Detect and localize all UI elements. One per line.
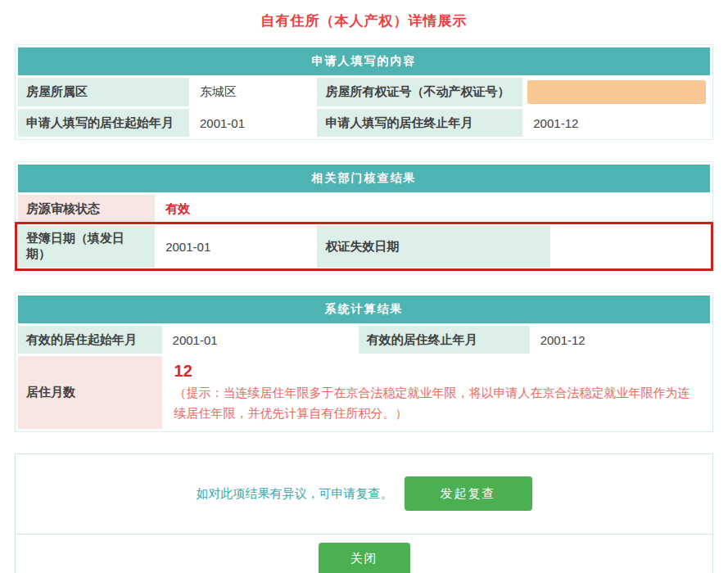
register-date-value: 2001-01	[157, 225, 314, 268]
table-row: 居住月数 12 （提示：当连续居住年限多于在京合法稳定就业年限，将以申请人在京合…	[18, 356, 710, 429]
district-label: 房屋所属区	[18, 78, 189, 106]
page-title: 自有住所（本人产权）详情展示	[15, 11, 713, 30]
residence-end-value: 2001-12	[525, 109, 710, 137]
audit-status-value: 有效	[157, 195, 710, 223]
start-review-button[interactable]: 发起复查	[405, 476, 532, 511]
review-hint-text: 如对此项结果有异议，可申请复查。	[197, 486, 393, 502]
verification-result-table: 相关部门核查结果 房源审核状态 有效 登簿日期（填发日期） 2001-01 权证…	[15, 161, 713, 271]
audit-status-label: 房源审核状态	[18, 195, 155, 223]
district-value: 东城区	[192, 78, 314, 106]
valid-end-value: 2001-12	[532, 326, 710, 354]
residence-end-label: 申请人填写的居住终止年月	[317, 109, 522, 137]
verification-table-header: 相关部门核查结果	[18, 165, 710, 192]
cert-invalid-date-value	[553, 225, 710, 268]
valid-start-label: 有效的居住起始年月	[18, 326, 162, 354]
cert-invalid-date-label: 权证失效日期	[317, 225, 549, 268]
dialog-content: 自有住所（本人产权）详情展示 申请人填写的内容 房屋所属区 东城区 房屋所有权证…	[0, 0, 728, 573]
residence-months-value: 12	[174, 361, 700, 381]
verification-table-header-row: 相关部门核查结果	[18, 165, 710, 192]
residence-months-hint: （提示：当连续居住年限多于在京合法稳定就业年限，将以申请人在京合法稳定就业年限作…	[174, 383, 700, 424]
residence-months-label: 居住月数	[18, 356, 162, 429]
highlighted-register-date-row: 登簿日期（填发日期） 2001-01 权证失效日期	[18, 225, 710, 268]
applicant-table-header-row: 申请人填写的内容	[18, 47, 710, 75]
system-table-header-row: 系统计算结果	[18, 296, 710, 323]
table-row: 房屋所属区 东城区 房屋所有权证号（不动产权证号）	[18, 78, 710, 106]
valid-end-label: 有效的居住终止年月	[359, 326, 530, 354]
cert-number-field[interactable]	[527, 80, 706, 104]
register-date-label: 登簿日期（填发日期）	[18, 225, 155, 268]
system-table-header: 系统计算结果	[18, 296, 710, 323]
applicant-table-header: 申请人填写的内容	[18, 47, 710, 75]
system-calc-table: 系统计算结果 有效的居住起始年月 2001-01 有效的居住终止年月 2001-…	[15, 292, 713, 432]
cert-number-value-cell	[525, 78, 710, 106]
applicant-info-table: 申请人填写的内容 房屋所属区 东城区 房屋所有权证号（不动产权证号） 申请人填写…	[15, 44, 713, 140]
valid-start-value: 2001-01	[165, 326, 356, 354]
residence-start-value: 2001-01	[192, 109, 314, 137]
table-row: 房源审核状态 有效	[18, 195, 710, 223]
close-button[interactable]: 关闭	[319, 543, 410, 573]
residence-start-label: 申请人填写的居住起始年月	[18, 109, 189, 137]
footer-action-box: 如对此项结果有异议，可申请复查。 发起复查 关闭	[15, 453, 713, 573]
cert-number-label: 房屋所有权证号（不动产权证号）	[317, 78, 522, 106]
close-row: 关闭	[16, 535, 712, 573]
table-row: 申请人填写的居住起始年月 2001-01 申请人填写的居住终止年月 2001-1…	[18, 109, 710, 137]
review-row: 如对此项结果有异议，可申请复查。 发起复查	[16, 454, 712, 535]
table-row: 有效的居住起始年月 2001-01 有效的居住终止年月 2001-12	[18, 326, 710, 354]
residence-months-cell: 12 （提示：当连续居住年限多于在京合法稳定就业年限，将以申请人在京合法稳定就业…	[165, 356, 710, 429]
